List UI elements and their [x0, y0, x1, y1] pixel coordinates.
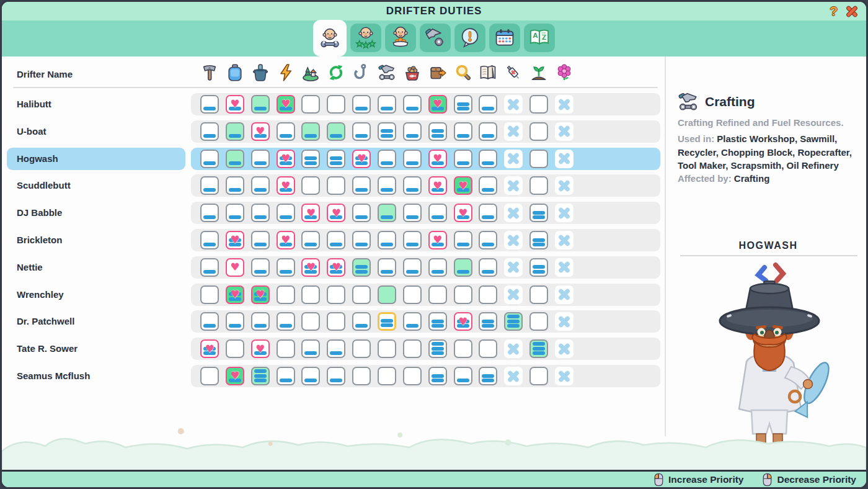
duty-cell[interactable]	[428, 122, 447, 141]
duty-cell[interactable]	[454, 367, 472, 385]
help-icon[interactable]: ?	[830, 4, 838, 19]
drifter-row-name[interactable]: Scuddlebutt	[7, 174, 185, 197]
duty-cell[interactable]	[200, 176, 219, 195]
duty-cell[interactable]: ♥	[428, 95, 447, 114]
duty-cell[interactable]: ♥	[277, 95, 295, 114]
duty-cell[interactable]	[277, 367, 295, 385]
drifter-row-name[interactable]: Wrenchley	[7, 284, 185, 306]
duty-cell[interactable]	[352, 204, 371, 222]
duty-cell[interactable]	[504, 150, 523, 168]
duty-cell[interactable]	[529, 258, 548, 277]
duty-cell[interactable]	[403, 231, 422, 249]
duty-cell[interactable]: ♥	[327, 204, 345, 222]
duty-cell[interactable]	[555, 150, 574, 168]
duty-cell[interactable]	[529, 231, 548, 249]
duty-cell[interactable]	[454, 258, 472, 277]
increase-priority-button[interactable]: Increase Priority	[653, 473, 743, 487]
close-icon[interactable]	[845, 4, 859, 18]
recycle-icon[interactable]	[327, 63, 345, 82]
duty-cell[interactable]	[555, 285, 574, 304]
duty-cell[interactable]	[403, 339, 422, 358]
duty-cell[interactable]	[277, 285, 295, 304]
duty-cell[interactable]	[378, 367, 396, 385]
duty-cell[interactable]	[378, 285, 396, 304]
duty-cell[interactable]	[529, 204, 548, 222]
duty-cell[interactable]	[327, 150, 345, 168]
duty-cell[interactable]	[504, 312, 523, 331]
duty-cell[interactable]	[504, 285, 523, 304]
duty-cell[interactable]	[479, 150, 497, 168]
duty-cell[interactable]	[200, 312, 219, 331]
tab-calendar[interactable]	[489, 24, 520, 52]
duty-cell[interactable]: ♥	[301, 204, 320, 222]
duty-cell[interactable]	[529, 285, 548, 304]
duty-cell[interactable]	[529, 122, 548, 141]
duty-cell[interactable]	[352, 176, 371, 195]
flower-icon[interactable]	[555, 63, 574, 82]
duty-cell[interactable]	[251, 150, 270, 168]
duty-cell[interactable]	[378, 339, 396, 358]
duty-cell[interactable]	[251, 95, 270, 114]
duty-cell[interactable]: ♥	[454, 176, 472, 195]
duty-cell[interactable]	[479, 312, 497, 331]
duty-cell[interactable]	[378, 150, 396, 168]
duty-cell[interactable]	[529, 312, 548, 331]
duty-cell[interactable]	[428, 204, 447, 222]
duty-cell[interactable]	[555, 231, 574, 249]
duty-cell[interactable]	[555, 367, 574, 385]
duty-cell[interactable]	[428, 258, 447, 277]
duty-cell[interactable]	[277, 122, 295, 141]
duty-cell[interactable]	[352, 285, 371, 304]
duty-cell[interactable]: ♥	[277, 231, 295, 249]
duty-cell[interactable]	[327, 367, 345, 385]
duty-cell[interactable]	[251, 367, 270, 385]
duty-cell[interactable]: ♥	[352, 150, 371, 168]
tab-worker-wrench[interactable]	[313, 20, 347, 56]
crafting-icon[interactable]	[378, 63, 396, 82]
duty-cell[interactable]	[403, 95, 422, 114]
duty-cell[interactable]: ♥	[454, 312, 472, 331]
duty-cell[interactable]	[301, 122, 320, 141]
duty-cell[interactable]	[555, 339, 574, 358]
duty-cell[interactable]: ♥	[277, 176, 295, 195]
duty-cell[interactable]	[327, 312, 345, 331]
water-jug-icon[interactable]	[226, 63, 244, 82]
drifter-row-name[interactable]: DJ Babble	[7, 202, 185, 224]
duty-cell[interactable]	[352, 258, 371, 277]
duty-cell[interactable]	[226, 204, 244, 222]
duty-cell[interactable]	[504, 367, 523, 385]
duty-cell[interactable]	[200, 150, 219, 168]
drifter-row-name[interactable]: Nettie	[7, 256, 185, 279]
duty-cell[interactable]	[479, 339, 497, 358]
duty-cell[interactable]	[403, 204, 422, 222]
duty-cell[interactable]: ♥	[327, 258, 345, 277]
duty-cell[interactable]	[479, 204, 497, 222]
duty-cell[interactable]: ♥	[301, 258, 320, 277]
duty-cell[interactable]	[454, 285, 472, 304]
duty-cell[interactable]	[251, 176, 270, 195]
duty-cell[interactable]: ♥	[251, 122, 270, 141]
duty-cell[interactable]	[327, 285, 345, 304]
duty-cell[interactable]: ♥	[428, 150, 447, 168]
hauling-box-icon[interactable]	[428, 63, 447, 82]
animal-food-icon[interactable]	[403, 63, 422, 82]
duty-cell[interactable]	[529, 150, 548, 168]
drifter-row-name[interactable]: U-boat	[7, 120, 185, 143]
drifter-row-name[interactable]: Brickleton	[7, 229, 185, 251]
duty-cell[interactable]: ♥	[251, 339, 270, 358]
duty-cell[interactable]	[226, 122, 244, 141]
duty-cell[interactable]	[301, 339, 320, 358]
duty-cell[interactable]	[479, 367, 497, 385]
duty-cell[interactable]	[327, 95, 345, 114]
hammer-icon[interactable]	[200, 63, 219, 82]
duty-cell[interactable]	[504, 95, 523, 114]
duty-cell[interactable]	[504, 339, 523, 358]
duty-cell[interactable]	[327, 176, 345, 195]
duty-cell[interactable]	[479, 95, 497, 114]
duty-cell[interactable]	[378, 204, 396, 222]
duty-cell[interactable]	[378, 122, 396, 141]
tab-dictionary[interactable]	[524, 24, 555, 52]
duty-cell[interactable]	[352, 339, 371, 358]
island-icon[interactable]	[301, 63, 320, 82]
duty-cell[interactable]	[200, 258, 219, 277]
